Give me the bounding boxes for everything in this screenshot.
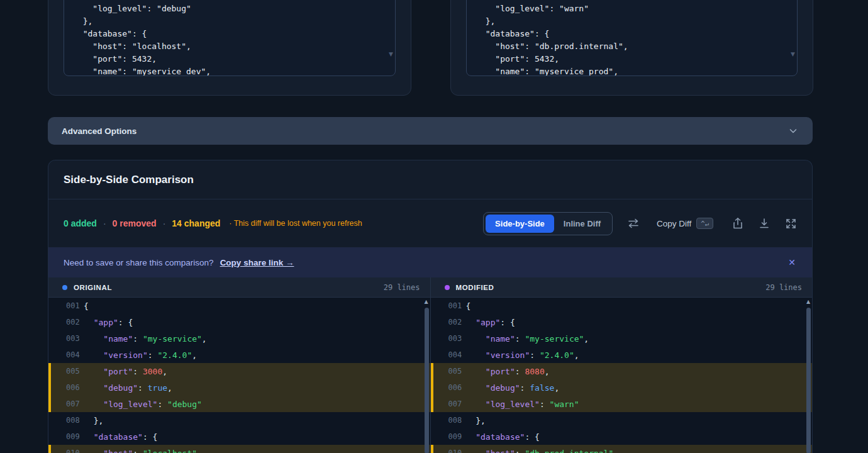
diff-line: 006 "debug": true, [48, 379, 430, 396]
diff-line: 001{ [431, 298, 813, 314]
diff-line-code: }, [84, 416, 103, 425]
modified-panel-header: MODIFIED 29 lines [431, 277, 813, 297]
diff-line-code: { [84, 301, 89, 311]
diff-line-code: "name": "my-service", [466, 334, 589, 344]
diff-line-code: "log_level": "warn" [466, 400, 579, 409]
editor-code-line: "host": "localhost", [73, 40, 386, 53]
comparison-header: Side-by-Side Comparison [48, 160, 812, 199]
editor-code-line: "database": { [476, 28, 788, 40]
diff-line: 009 "database": { [48, 428, 430, 445]
editor-code-line: }, [476, 15, 788, 28]
editor-code-line: "log_level": "debug" [73, 3, 386, 15]
diff-line-code: "version": "2.4.0", [84, 350, 197, 360]
line-number: 001 [66, 301, 84, 310]
editor-code-line: "host": "db.prod.internal", [476, 40, 788, 53]
diff-line-code: "database": { [466, 432, 540, 442]
line-number: 009 [448, 432, 466, 441]
download-button[interactable] [759, 217, 770, 230]
line-number: 005 [66, 367, 84, 376]
modified-dot-icon [445, 285, 450, 290]
line-number: 001 [448, 301, 466, 310]
diff-line: 008 }, [48, 412, 430, 428]
editor-code-line: "log_level": "warn" [476, 3, 788, 15]
line-number: 008 [66, 416, 84, 425]
diff-line: 002 "app": { [48, 314, 430, 330]
original-line-count: 29 lines [384, 283, 420, 292]
line-number: 010 [66, 449, 84, 453]
line-number: 003 [448, 334, 466, 343]
original-label: ORIGINAL [74, 284, 112, 291]
expand-icon [785, 218, 797, 230]
scroll-up-arrow-icon[interactable]: ▲ [424, 299, 429, 305]
removed-count: 0 removed [113, 218, 157, 228]
line-number: 006 [66, 383, 84, 392]
line-number: 002 [66, 318, 84, 327]
diff-body: 001{002 "app": {003 "name": "my-service"… [48, 298, 812, 453]
diff-line-code: { [466, 301, 471, 311]
fullscreen-button[interactable] [785, 218, 797, 230]
line-number: 004 [448, 350, 466, 359]
original-scrollbar[interactable] [425, 308, 429, 453]
diff-controls-row: 0 added · 0 removed · 14 changed · This … [48, 199, 812, 247]
diff-line-code: "host": "localhost", [84, 449, 202, 453]
close-icon: ✕ [788, 257, 796, 267]
line-number: 004 [66, 350, 84, 359]
diff-line-code: "port": 3000, [84, 367, 167, 376]
swap-icon [626, 218, 640, 229]
diff-line: 001{ [48, 298, 430, 314]
comparison-card: Side-by-Side Comparison 0 added · 0 remo… [48, 160, 813, 453]
copy-diff-button[interactable]: Copy Diff ^↵ [657, 218, 713, 229]
editor-code-line: "name": "myservice_dev", [73, 65, 386, 76]
diff-panel-headers: ORIGINAL 29 lines MODIFIED 29 lines [48, 277, 812, 298]
diff-line-code: }, [466, 416, 486, 425]
diff-line: 008 }, [431, 412, 813, 428]
changed-count: 14 changed [172, 218, 220, 228]
view-mode-toggle: Side-by-Side Inline Diff [483, 212, 613, 235]
share-banner-text: Need to save or share this comparison? [64, 258, 214, 267]
diff-line-code: "log_level": "debug" [84, 400, 202, 409]
banner-close-button[interactable]: ✕ [788, 247, 796, 277]
diff-line: 007 "log_level": "warn" [431, 396, 813, 412]
original-panel-header: ORIGINAL 29 lines [48, 277, 431, 297]
keyboard-shortcut-badge: ^↵ [696, 218, 713, 229]
diff-line-code: "debug": true, [84, 383, 172, 393]
modified-diff-panel[interactable]: 001{002 "app": {003 "name": "my-service"… [431, 298, 813, 453]
diff-line: 004 "version": "2.4.0", [431, 347, 813, 363]
diff-line: 005 "port": 3000, [48, 363, 430, 379]
line-number: 007 [448, 400, 466, 408]
diff-line-code: "app": { [84, 318, 133, 327]
diff-line: 005 "port": 8080, [431, 363, 813, 379]
line-number: 009 [66, 432, 84, 441]
original-json-textarea[interactable]: "log_level": "debug" }, "database": { "h… [64, 0, 396, 76]
diff-line: 007 "log_level": "debug" [48, 396, 430, 412]
modified-scrollbar[interactable] [806, 308, 811, 453]
share-button[interactable] [732, 217, 743, 230]
download-icon [759, 217, 770, 230]
diff-line: 010 "host": "db.prod.internal", [431, 445, 813, 453]
scroll-down-arrow-icon[interactable]: ▼ [791, 51, 795, 57]
line-number: 007 [66, 400, 84, 408]
line-number: 005 [448, 367, 466, 376]
original-diff-panel[interactable]: 001{002 "app": {003 "name": "my-service"… [48, 298, 431, 453]
added-count: 0 added [64, 218, 97, 228]
editor-code-line: "port": 5432, [476, 53, 788, 65]
diff-line-code: "name": "my-service", [84, 334, 207, 344]
advanced-options-toggle[interactable]: Advanced Options [48, 117, 813, 145]
inline-diff-button[interactable]: Inline Diff [554, 215, 610, 233]
modified-json-textarea[interactable]: "log_level": "warn" }, "database": { "ho… [466, 0, 798, 76]
side-by-side-button[interactable]: Side-by-Side [486, 215, 554, 233]
scroll-up-arrow-icon[interactable]: ▲ [806, 299, 811, 305]
editor-code-line: "name": "myservice_prod", [476, 65, 788, 76]
copy-share-link[interactable]: Copy share link → [220, 258, 294, 267]
editor-code-line: "database": { [73, 28, 386, 40]
modified-editor-card: "log_level": "warn" }, "database": { "ho… [450, 0, 813, 96]
diff-stats: 0 added · 0 removed · 14 changed · This … [64, 218, 362, 228]
share-link-banner: Need to save or share this comparison? C… [48, 247, 812, 277]
advanced-options-label: Advanced Options [62, 126, 136, 136]
diff-lost-warning: · This diff will be lost when you refres… [229, 219, 362, 228]
diff-view-controls: Side-by-Side Inline Diff Copy Diff ^↵ [483, 212, 797, 235]
swap-sides-button[interactable] [626, 218, 640, 229]
original-editor-card: "log_level": "debug" }, "database": { "h… [48, 0, 411, 96]
scroll-down-arrow-icon[interactable]: ▼ [389, 51, 393, 57]
diff-line: 006 "debug": false, [431, 379, 813, 396]
